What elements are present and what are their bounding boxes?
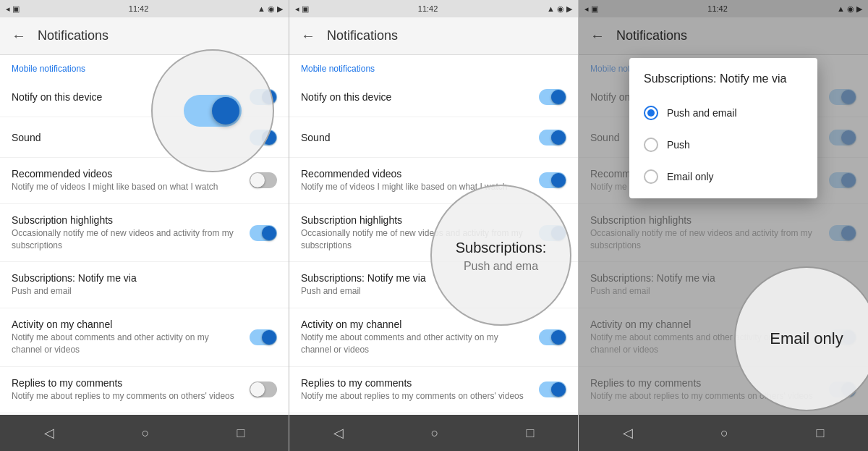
battery-icon: ▶ <box>277 4 283 14</box>
home-nav-icon[interactable]: ○ <box>720 426 728 441</box>
setting-title: Replies to my comments <box>301 377 530 389</box>
setting-subtitle: Push and email <box>12 285 277 298</box>
zoom-subtitle: Push and ema <box>464 260 538 273</box>
zoom-circle-toggle <box>151 49 274 172</box>
sim-icon: ▣ <box>12 4 20 14</box>
sim-icon: ▣ <box>302 4 309 14</box>
setting-subtitle: Notify me about comments and other activ… <box>12 332 241 356</box>
status-left: ◂ ▣ <box>6 4 20 14</box>
recents-nav-icon[interactable]: □ <box>816 426 824 441</box>
top-bar: ← Notifications <box>289 17 578 55</box>
setting-row-3: Subscription highlightsOccasionally noti… <box>0 204 289 263</box>
toggle-switch[interactable] <box>539 89 566 105</box>
home-nav-icon[interactable]: ○ <box>431 426 439 441</box>
section-label: Mobile notifications <box>289 55 578 77</box>
wifi-icon: ▲ <box>258 4 265 13</box>
setting-row-1: Sound <box>289 117 578 158</box>
zoom-circle-subscription: Subscriptions:Push and ema <box>430 185 571 326</box>
back-button[interactable]: ← <box>12 28 26 44</box>
bottom-nav: ◁○□ <box>579 415 868 451</box>
back-nav-icon[interactable]: ◁ <box>623 425 633 441</box>
setting-title: Sound <box>301 132 530 143</box>
setting-title: Activity on my channel <box>12 319 241 330</box>
setting-subtitle: Occasionally notify me of new videos and… <box>12 227 241 252</box>
radio-button[interactable] <box>644 106 658 120</box>
option-label: Push <box>667 139 690 151</box>
radio-button[interactable] <box>644 169 658 184</box>
setting-row-0: Notify on this device <box>289 77 578 117</box>
wifi-icon: ▲ <box>547 4 555 13</box>
toggle-switch[interactable] <box>539 329 566 345</box>
toggle-switch[interactable] <box>539 382 566 397</box>
dialog-option-2[interactable]: Email only <box>629 161 817 193</box>
status-time: 11:42 <box>129 4 149 13</box>
toggle-switch[interactable] <box>250 225 277 241</box>
setting-title: Subscriptions: Notify me via <box>12 272 277 284</box>
setting-subtitle: Notify me about replies to my comments o… <box>12 390 241 402</box>
status-bar: ◂ ▣ 11:42 ▲ ◉ ▶ <box>0 0 289 17</box>
setting-title: Notify on this device <box>301 91 530 103</box>
top-bar: ← Notifications <box>0 17 289 55</box>
setting-subtitle: Notify me about replies to my comments o… <box>301 390 530 402</box>
setting-subtitle: Notify me about comments and other activ… <box>301 332 530 356</box>
zoom-title: Subscriptions: <box>456 238 547 257</box>
option-label: Push and email <box>667 107 737 119</box>
setting-title: Recommended videos <box>301 168 530 180</box>
setting-title: Replies to my comments <box>12 377 241 389</box>
status-left: ◂ ▣ <box>295 4 309 14</box>
dialog-option-0[interactable]: Push and email <box>629 97 817 129</box>
signal-icon: ◉ <box>557 4 564 14</box>
status-icons: ▲ ◉ ▶ <box>547 4 572 14</box>
screen-1: ◂ ▣ 11:42 ▲ ◉ ▶ ← Notifications Mobile n… <box>0 0 289 451</box>
setting-row-2: Recommended videosNotify me of videos I … <box>0 158 289 204</box>
back-small-icon: ◂ <box>295 4 299 14</box>
bottom-nav: ◁○□ <box>0 415 289 451</box>
page-title: Notifications <box>327 28 398 43</box>
screen-3: ◂ ▣ 11:42 ▲ ◉ ▶ ← Notifications Mobile n… <box>579 0 868 451</box>
setting-row-5: Activity on my channelNotify me about co… <box>289 308 578 367</box>
home-nav-icon[interactable]: ○ <box>142 426 150 441</box>
subscription-dialog: Subscriptions: Notify me viaPush and ema… <box>629 58 817 198</box>
signal-icon: ◉ <box>268 4 275 14</box>
recents-nav-icon[interactable]: □ <box>527 426 535 441</box>
screen-2: ◂ ▣ 11:42 ▲ ◉ ▶ ← Notifications Mobile n… <box>289 0 579 451</box>
setting-subtitle: Notify me of videos I might like based o… <box>12 181 241 193</box>
battery-icon: ▶ <box>566 4 572 14</box>
toggle-switch[interactable] <box>250 329 277 345</box>
dialog-option-1[interactable]: Push <box>629 129 817 161</box>
big-toggle[interactable] <box>184 95 242 127</box>
setting-row-6: Replies to my commentsNotify me about re… <box>0 367 289 413</box>
back-small-icon: ◂ <box>6 4 10 14</box>
option-label: Email only <box>667 171 714 182</box>
back-button[interactable]: ← <box>301 28 315 44</box>
status-time: 11:42 <box>418 4 438 13</box>
toggle-switch[interactable] <box>250 172 277 188</box>
dialog-overlay: Subscriptions: Notify me viaPush and ema… <box>579 0 868 415</box>
setting-title: Subscription highlights <box>12 214 241 226</box>
bottom-nav: ◁○□ <box>289 415 578 451</box>
setting-row-4[interactable]: Subscriptions: Notify me viaPush and ema… <box>0 262 289 308</box>
status-bar: ◂ ▣ 11:42 ▲ ◉ ▶ <box>289 0 578 17</box>
setting-row-6: Replies to my commentsNotify me about re… <box>289 367 578 413</box>
status-icons: ▲ ◉ ▶ <box>258 4 283 14</box>
toggle-switch[interactable] <box>539 172 566 188</box>
toggle-switch[interactable] <box>539 130 566 146</box>
dialog-title: Subscriptions: Notify me via <box>629 72 817 97</box>
recents-nav-icon[interactable]: □ <box>237 426 245 441</box>
page-title: Notifications <box>38 28 109 43</box>
back-nav-icon[interactable]: ◁ <box>333 425 344 441</box>
setting-row-5: Activity on my channelNotify me about co… <box>0 308 289 367</box>
toggle-switch[interactable] <box>250 382 277 397</box>
back-nav-icon[interactable]: ◁ <box>44 425 54 441</box>
radio-button[interactable] <box>644 138 658 152</box>
